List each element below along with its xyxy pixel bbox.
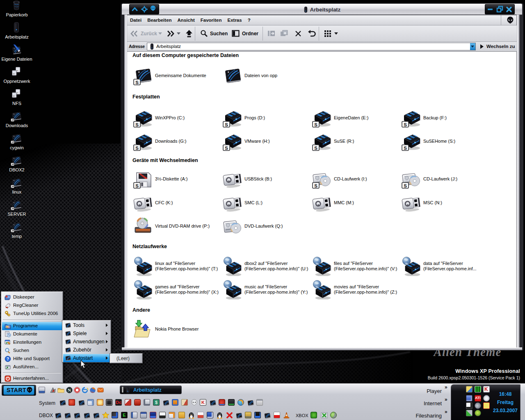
- svg-text:N: N: [68, 388, 71, 393]
